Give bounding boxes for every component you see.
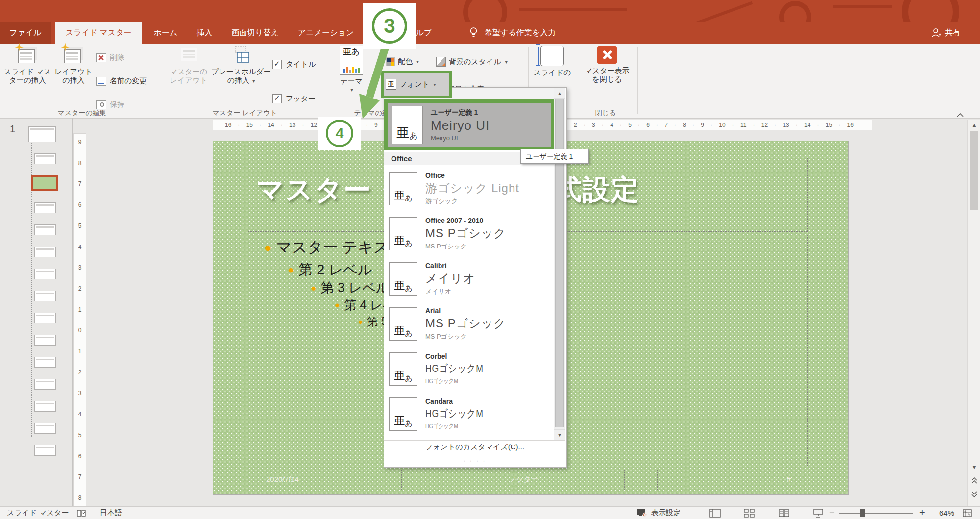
background-styles-button[interactable]: 背景のスタイル▾ [436, 57, 508, 67]
bullet-icon: ● [311, 283, 316, 293]
layout-thumbnail[interactable] [34, 335, 56, 346]
fit-to-window-button[interactable] [962, 507, 972, 519]
rename-button[interactable]: 名前の変更 [96, 76, 147, 86]
layout-thumbnail[interactable] [34, 202, 56, 213]
insert-layout-button[interactable]: レイアウトの挿入 [53, 46, 94, 85]
ribbon-tab-label: 挿入 [196, 28, 212, 38]
layout-thumbnail[interactable] [34, 445, 56, 456]
ribbon-tab[interactable]: ファイル [0, 22, 51, 44]
font-scheme-item[interactable]: 亜あ Office 游ゴシック Light 游ゴシック [384, 166, 553, 211]
scroll-down-button[interactable]: ▼ [968, 462, 980, 472]
theme-fonts-dropdown: ユーザー定義 亜あ ユーザー定義 1 Meiryo UI Meiryo UI O… [384, 87, 567, 468]
reading-view-button[interactable] [779, 507, 789, 519]
layout-thumbnail[interactable] [34, 153, 56, 164]
display-settings-button[interactable]: 表示設定 [636, 507, 681, 519]
font-scheme-item[interactable]: 亜あ Office 2007 - 2010 MS Pゴシック MS Pゴシック [384, 211, 553, 256]
insert-slide-master-icon [17, 46, 38, 65]
ruler-number: 7 [664, 122, 676, 128]
slideshow-view-button[interactable] [813, 507, 823, 519]
vertical-ruler[interactable]: 987654321012345678 [74, 133, 86, 507]
font-scheme-item[interactable]: 亜あ Corbel HGゴシックM HGゴシックM [384, 346, 553, 392]
group-separator [637, 47, 638, 114]
font-scheme-item[interactable]: 亜あ Candara HGゴシックM HGゴシックM [384, 392, 553, 437]
layout-thumbnail[interactable] [31, 175, 58, 191]
powerpoint-window: ファイル スライド マスター ホーム 挿入 画面切り替え [0, 0, 980, 519]
preserve-icon [96, 100, 106, 109]
footer-placeholder[interactable]: フッター [422, 470, 625, 490]
tell-me-search[interactable]: 希望する作業を入力 [469, 22, 556, 44]
step-4-number: 4 [326, 120, 353, 147]
ribbon-tab[interactable]: スライド マスター [55, 22, 142, 44]
slide-number-placeholder[interactable]: # [657, 470, 799, 490]
zoom-slider-track[interactable] [839, 513, 913, 514]
bullet-icon: ● [358, 318, 363, 325]
font-sample-icon: 亜あ [389, 217, 417, 250]
ribbon-tab[interactable]: 画面切り替え [224, 22, 286, 44]
layout-thumbnail[interactable] [34, 269, 56, 279]
font-scheme-item[interactable]: 亜あ Arial MS Pゴシック MS Pゴシック [384, 301, 553, 346]
master-layout-button[interactable]: マスターのレイアウト [168, 46, 210, 85]
ruler-number: 6 [78, 201, 82, 208]
scroll-down-button[interactable]: ▼ [554, 429, 565, 440]
body-text-line[interactable]: ● 第 3 レベル [311, 279, 389, 297]
circuit-decoration [463, 0, 507, 22]
collapse-ribbon-button[interactable] [956, 112, 964, 118]
next-slide-button[interactable] [968, 489, 980, 500]
share-button[interactable]: 共有 [931, 22, 960, 44]
ruler-number: 7 [78, 473, 82, 480]
custom-font-scheme-selected[interactable]: 亜あ ユーザー定義 1 Meiryo UI Meiryo UI [384, 99, 555, 150]
ribbon-tab-label: ファイル [9, 28, 42, 38]
layout-thumbnail[interactable] [34, 247, 56, 257]
layout-thumbnail[interactable] [34, 401, 56, 412]
layout-thumbnail[interactable] [34, 357, 56, 368]
insert-placeholder-button[interactable]: プレースホルダーの挿入 ▾ [211, 46, 271, 86]
ruler-number: 1 [78, 348, 82, 355]
body-text-line[interactable]: ● 第 2 レベル [288, 260, 372, 280]
customize-fonts-menu-item[interactable]: フォントのカスタマイズ(C)... [384, 443, 565, 452]
preserve-button[interactable]: 保持 [96, 100, 124, 109]
ruler-number: 3 [78, 390, 82, 396]
insert-slide-master-button[interactable]: スライド マスターの挿入 [3, 46, 52, 85]
layout-thumbnail[interactable] [34, 291, 56, 301]
scrollbar-thumb[interactable] [555, 99, 564, 427]
language-status-button[interactable]: 日本語 [100, 507, 122, 519]
footer-text: フッター [422, 475, 624, 484]
person-plus-icon [931, 27, 942, 38]
zoom-out-button[interactable]: − [829, 507, 835, 519]
scroll-up-button[interactable]: ▲ [554, 88, 565, 99]
title-checkbox[interactable]: タイトル [272, 60, 316, 69]
font-scheme-body-font: HGゴシックM [425, 377, 484, 386]
slide-size-button[interactable]: スライドの [532, 46, 572, 77]
delete-button[interactable]: 削除 [96, 53, 124, 62]
proofing-status-button[interactable] [76, 507, 86, 519]
slide-sorter-view-button[interactable] [744, 507, 755, 519]
ribbon-tab[interactable]: 挿入 [189, 22, 220, 44]
circuit-decoration [779, 1, 811, 22]
ruler-number: 8 [683, 122, 694, 128]
ribbon-tab[interactable]: ホーム [147, 22, 185, 44]
close-master-view-button[interactable]: マスター表示を閉じる [581, 46, 633, 84]
background-styles-icon [436, 57, 446, 67]
font-scheme-name: Corbel [425, 352, 498, 360]
zoom-in-button[interactable]: + [919, 507, 925, 519]
scrollbar-thumb[interactable] [970, 131, 978, 210]
slide-size-icon [540, 46, 564, 66]
font-scheme-item[interactable]: 亜あ Calibri メイリオ メイリオ [384, 256, 553, 301]
layout-thumbnail[interactable] [34, 379, 56, 390]
previous-slide-button[interactable] [968, 475, 980, 486]
zoom-slider-thumb[interactable] [860, 509, 865, 517]
ruler-number: 2 [574, 122, 586, 128]
ribbon-tab[interactable]: アニメーション [291, 22, 361, 44]
layout-thumbnail[interactable] [34, 423, 56, 434]
normal-view-button[interactable] [709, 507, 721, 519]
date-placeholder[interactable]: 2020/7/14 [257, 470, 402, 490]
layout-thumbnail[interactable] [28, 126, 56, 142]
layout-thumbnail[interactable] [34, 224, 56, 235]
layout-thumbnail[interactable] [34, 313, 56, 323]
scroll-up-button[interactable]: ▲ [968, 120, 980, 130]
dropdown-scrollbar: ▲ ▼ [554, 88, 565, 440]
group-separator [326, 47, 326, 114]
zoom-percentage[interactable]: 64% [932, 507, 954, 519]
footer-checkbox[interactable]: フッター [272, 94, 316, 103]
menu-resize-grip[interactable]: · · · · [384, 457, 565, 464]
